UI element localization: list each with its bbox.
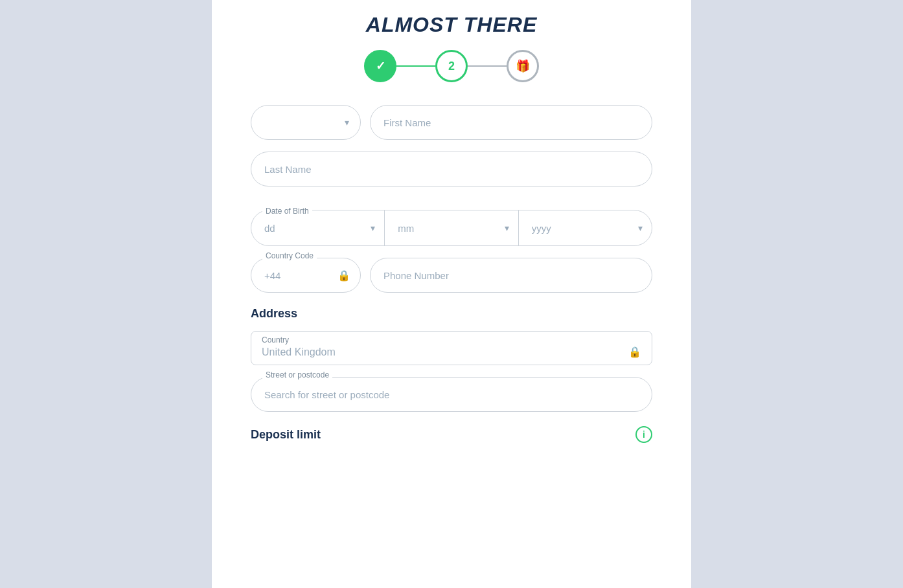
dob-dd-field: dd 12 ▾: [251, 210, 385, 245]
first-name-field: [370, 105, 652, 140]
main-card: ALMOST THERE ✓ 2 🎁 Mr Mrs Ms: [212, 0, 691, 588]
info-letter: i: [643, 429, 645, 440]
step-2-label: 2: [448, 60, 455, 73]
page-title: ALMOST THERE: [251, 13, 652, 37]
phone-row: Country Code +44 🔒: [251, 258, 652, 293]
page-wrapper: ALMOST THERE ✓ 2 🎁 Mr Mrs Ms: [0, 0, 903, 588]
phone-input[interactable]: [370, 258, 652, 293]
country-code-lock-icon: 🔒: [337, 269, 350, 282]
first-name-input[interactable]: [370, 105, 652, 140]
country-code-input-wrap: +44 🔒: [251, 258, 361, 293]
street-field: Street or postcode: [251, 377, 652, 412]
street-label: Street or postcode: [262, 370, 332, 379]
country-field: Country United Kingdom 🔒: [251, 331, 652, 365]
deposit-info-icon[interactable]: i: [635, 426, 652, 443]
progress-step-1: ✓: [364, 50, 396, 82]
step-line-2: [468, 65, 507, 67]
phone-field: [370, 258, 652, 293]
check-icon: ✓: [376, 59, 385, 73]
deposit-title: Deposit limit: [251, 428, 321, 442]
progress-step-2: 2: [435, 50, 468, 82]
title-select[interactable]: Mr Mrs Ms Dr: [251, 105, 361, 140]
dob-group: Date of Birth dd 12 ▾ mm 1 ▾: [251, 198, 652, 246]
dob-dd-select[interactable]: dd 12: [251, 210, 384, 245]
country-code-label: Country Code: [262, 251, 317, 260]
step-line-1: [396, 65, 435, 67]
gift-icon: 🎁: [516, 59, 530, 73]
country-code-field: Country Code +44 🔒: [251, 258, 361, 293]
dob-label: Date of Birth: [262, 207, 312, 216]
country-inner-label: Country: [262, 335, 641, 345]
street-input[interactable]: [251, 377, 652, 412]
right-panel: [691, 0, 903, 588]
country-lock-icon: 🔒: [628, 346, 641, 358]
dob-mm-field: mm 1 ▾: [385, 210, 518, 245]
last-name-input[interactable]: [251, 152, 652, 187]
left-panel: [0, 0, 212, 588]
deposit-row: Deposit limit i: [251, 426, 652, 443]
progress-bar: ✓ 2 🎁: [251, 50, 652, 82]
title-field: Mr Mrs Ms Dr ▾: [251, 105, 361, 140]
last-name-field: [251, 152, 652, 187]
last-name-row: [251, 152, 652, 187]
country-code-value: +44: [264, 270, 337, 281]
progress-step-3: 🎁: [507, 50, 539, 82]
dob-yyyy-field: yyyy 2000 ▾: [519, 210, 652, 245]
country-value: United Kingdom: [262, 346, 336, 358]
dob-mm-select[interactable]: mm 1: [385, 210, 518, 245]
dob-yyyy-select[interactable]: yyyy 2000: [519, 210, 652, 245]
name-row: Mr Mrs Ms Dr ▾: [251, 105, 652, 140]
address-section-title: Address: [251, 307, 652, 321]
country-value-row: United Kingdom 🔒: [262, 346, 641, 358]
